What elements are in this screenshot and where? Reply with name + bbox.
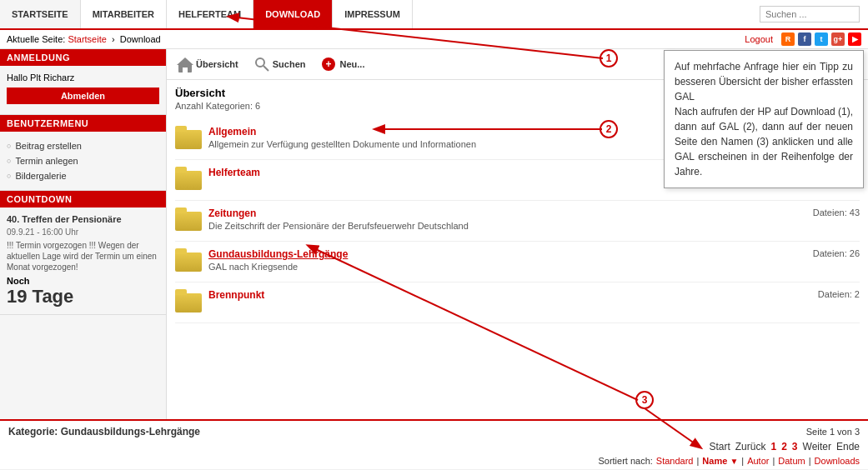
bottom-row2: Start Zurück 1 2 3 Weiter Ende bbox=[8, 439, 860, 454]
search-icon bbox=[253, 56, 270, 72]
category-desc-zeitungen: Die Zeitschrift der Pensionäre der Beruf… bbox=[208, 221, 796, 231]
menu-bildergalerie[interactable]: Bildergalerie bbox=[7, 168, 159, 183]
benutzermenu-header: BENUTZERMENU bbox=[0, 115, 166, 132]
sort-downloads[interactable]: Downloads bbox=[815, 456, 860, 466]
category-files-gal: Dateien: 26 bbox=[796, 248, 860, 258]
category-info-brennpunkt: Brennpunkt bbox=[208, 289, 801, 302]
category-files-brennpunkt: Dateien: 2 bbox=[801, 289, 860, 299]
nav-startseite[interactable]: STARTSEITE bbox=[0, 0, 81, 28]
bottom-category-label: Kategorie: Gundausbildungs-Lehrgänge bbox=[8, 426, 200, 438]
sidebar-anmeldung-section: ANMELDUNG Hallo Plt Richarz Abmelden bbox=[0, 49, 166, 115]
category-desc-gal: GAL nach Kriegsende bbox=[208, 262, 796, 272]
event-title: 40. Treffen der Pensionäre bbox=[7, 214, 159, 224]
pagination-ende[interactable]: Ende bbox=[836, 441, 860, 452]
event-date: 09.9.21 - 16:00 Uhr bbox=[7, 228, 159, 237]
googleplus-icon[interactable]: g+ bbox=[831, 32, 845, 46]
anmeldung-content: Hallo Plt Richarz Abmelden bbox=[0, 66, 166, 114]
bottom-bar: Kategorie: Gundausbildungs-Lehrgänge Sei… bbox=[0, 419, 868, 469]
svg-line-4 bbox=[263, 66, 268, 71]
folder-helferteam bbox=[175, 167, 202, 193]
nav-impressum[interactable]: IMPRESSUM bbox=[333, 0, 413, 28]
folder-allgemein bbox=[175, 126, 202, 152]
svg-point-3 bbox=[256, 58, 264, 67]
logout-link[interactable]: Logout bbox=[745, 34, 773, 44]
noch-label: Noch bbox=[7, 276, 159, 286]
annotation-box: Auf mehrfache Anfrage hier ein Tipp zu b… bbox=[664, 50, 864, 188]
folder-gal bbox=[175, 248, 202, 275]
sort-label: Sortiert nach: bbox=[598, 456, 652, 466]
toolbar-suchen[interactable]: Suchen bbox=[250, 54, 309, 74]
toolbar-left: Übersicht Suchen + Neu... bbox=[173, 54, 368, 74]
category-info-zeitungen: Zeitungen Die Zeitschrift der Pensionäre… bbox=[208, 208, 796, 231]
breadcrumb-current: Download bbox=[120, 34, 161, 44]
anmeldung-header: ANMELDUNG bbox=[0, 49, 166, 66]
category-name-gal[interactable]: Gundausbildungs-Lehrgänge bbox=[208, 248, 796, 260]
countdown-header: COUNTDOWN bbox=[0, 191, 166, 208]
event-note: !!! Termin vorgezogen !!! Wegen der aktu… bbox=[7, 240, 159, 272]
menu-beitrag-erstellen[interactable]: Beitrag erstellen bbox=[7, 138, 159, 153]
sidebar-user-greeting: Hallo Plt Richarz bbox=[7, 72, 159, 82]
toolbar-neu[interactable]: + Neu... bbox=[317, 54, 368, 74]
sort-autor[interactable]: Autor bbox=[747, 456, 769, 466]
pagination-weiter[interactable]: Weiter bbox=[803, 441, 831, 452]
breadcrumb-bar: Aktuelle Seite: Startseite › Download Lo… bbox=[0, 30, 868, 49]
category-brennpunkt: Brennpunkt Dateien: 2 bbox=[175, 282, 860, 323]
rss-icon[interactable]: R bbox=[781, 32, 795, 46]
youtube-icon[interactable]: ▶ bbox=[848, 32, 861, 46]
top-navigation: STARTSEITE MITARBEITER HELFERTEAM DOWNLO… bbox=[0, 0, 868, 30]
category-gal: Gundausbildungs-Lehrgänge GAL nach Krieg… bbox=[175, 242, 860, 282]
twitter-icon[interactable]: t bbox=[815, 32, 828, 46]
annotation-text: Auf mehrfache Anfrage hier ein Tipp zu b… bbox=[675, 59, 853, 179]
toolbar-uebersicht[interactable]: Übersicht bbox=[173, 54, 242, 74]
category-info-gal: Gundausbildungs-Lehrgänge GAL nach Krieg… bbox=[208, 248, 796, 272]
pagination-page2[interactable]: 2 bbox=[781, 441, 787, 452]
logout-area: Logout R f t g+ ▶ bbox=[745, 32, 861, 46]
days-remaining: 19 Tage bbox=[7, 286, 159, 308]
new-icon: + bbox=[320, 56, 337, 72]
category-zeitungen: Zeitungen Die Zeitschrift der Pensionäre… bbox=[175, 201, 860, 242]
pagination-page3[interactable]: 3 bbox=[792, 441, 798, 452]
page-info: Seite 1 von 3 bbox=[806, 427, 860, 437]
menu-termin-anlegen[interactable]: Termin anlegen bbox=[7, 153, 159, 168]
abmelden-button[interactable]: Abmelden bbox=[7, 88, 159, 104]
search-input[interactable] bbox=[760, 6, 860, 22]
sidebar-countdown-section: COUNTDOWN 40. Treffen der Pensionäre 09.… bbox=[0, 191, 166, 315]
breadcrumb-home[interactable]: Startseite bbox=[68, 34, 106, 44]
pagination-page1[interactable]: 1 bbox=[770, 441, 776, 452]
sort-datum[interactable]: Datum bbox=[778, 456, 805, 466]
folder-zeitungen bbox=[175, 208, 202, 234]
search-area bbox=[760, 6, 868, 22]
facebook-icon[interactable]: f bbox=[798, 32, 811, 46]
pagination-start[interactable]: Start bbox=[709, 441, 730, 452]
sidebar-benutzermenu-section: BENUTZERMENU Beitrag erstellen Termin an… bbox=[0, 115, 166, 191]
nav-helferteam[interactable]: HELFERTEAM bbox=[167, 0, 253, 28]
countdown-content: 40. Treffen der Pensionäre 09.9.21 - 16:… bbox=[0, 208, 166, 314]
nav-download[interactable]: DOWNLOAD bbox=[253, 0, 333, 28]
house-icon bbox=[177, 56, 193, 72]
bottom-row1: Kategorie: Gundausbildungs-Lehrgänge Sei… bbox=[8, 424, 860, 439]
folder-brennpunkt bbox=[175, 289, 202, 316]
filter-icon: ▼ bbox=[730, 457, 738, 466]
category-name-brennpunkt[interactable]: Brennpunkt bbox=[208, 289, 801, 301]
nav-mitarbeiter[interactable]: MITARBEITER bbox=[81, 0, 167, 28]
sort-standard[interactable]: Standard bbox=[656, 456, 694, 466]
breadcrumb: Aktuelle Seite: Startseite › Download bbox=[7, 34, 161, 44]
category-name-zeitungen[interactable]: Zeitungen bbox=[208, 208, 796, 219]
svg-marker-1 bbox=[177, 58, 193, 65]
sidebar: ANMELDUNG Hallo Plt Richarz Abmelden BEN… bbox=[0, 49, 167, 419]
benutzermenu-content: Beitrag erstellen Termin anlegen Bilderg… bbox=[0, 132, 166, 190]
bottom-row3: Sortiert nach: Standard | Name ▼ | Autor… bbox=[8, 454, 860, 468]
category-files-zeitungen: Dateien: 43 bbox=[796, 208, 860, 218]
pagination-zurueck[interactable]: Zurück bbox=[735, 441, 766, 452]
svg-text:+: + bbox=[326, 58, 332, 70]
breadcrumb-prefix: Aktuelle Seite: bbox=[7, 34, 65, 44]
svg-rect-2 bbox=[183, 68, 188, 72]
sort-name[interactable]: Name ▼ bbox=[702, 456, 738, 466]
